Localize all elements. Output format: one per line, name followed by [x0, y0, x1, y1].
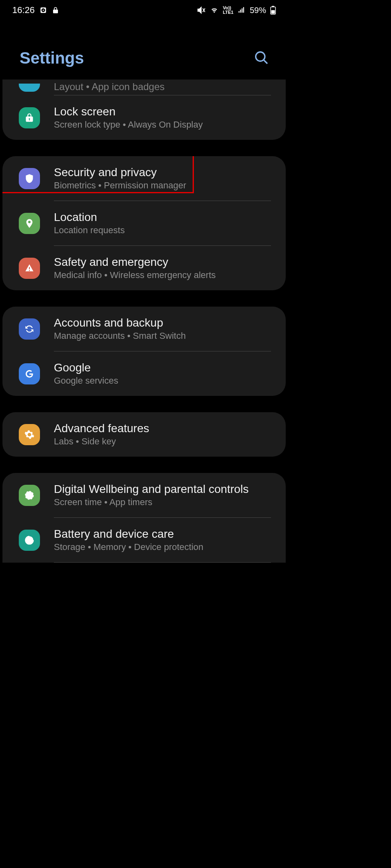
clock-time: 16:26	[12, 5, 35, 15]
row-subtitle: Manage accounts • Smart Switch	[54, 331, 271, 341]
status-bar: 16:26 Vo)) LTE1 59%	[0, 0, 288, 20]
battery-percent: 59%	[250, 6, 266, 15]
row-title: Accounts and backup	[54, 316, 271, 329]
settings-group-accounts: Accounts and backup Manage accounts • Sm…	[2, 307, 286, 396]
home-screen-icon	[19, 84, 40, 92]
svg-point-10	[28, 539, 31, 542]
heart-circle-icon	[19, 485, 40, 506]
settings-row-battery-device-care[interactable]: Battery and device care Storage • Memory…	[2, 518, 286, 562]
row-subtitle: Storage • Memory • Device protection	[54, 542, 271, 552]
wifi-icon	[210, 7, 219, 14]
settings-row-security-privacy[interactable]: Security and privacy Biometrics • Permis…	[2, 156, 286, 201]
settings-row-accounts-backup[interactable]: Accounts and backup Manage accounts • Sm…	[2, 307, 286, 351]
mute-vibrate-icon	[197, 6, 206, 15]
settings-group-display: Layout • App icon badges Lock screen Scr…	[2, 80, 286, 140]
alert-icon	[19, 258, 40, 279]
page-header: Settings	[0, 20, 288, 80]
battery-icon	[270, 6, 276, 15]
row-subtitle: Google services	[54, 375, 271, 386]
svg-point-2	[43, 10, 44, 11]
page-title: Settings	[20, 49, 84, 67]
row-title: Lock screen	[54, 105, 271, 118]
row-title: Google	[54, 361, 271, 374]
google-icon	[19, 363, 40, 384]
settings-row-location[interactable]: Location Location requests	[2, 201, 286, 245]
row-title: Advanced features	[54, 422, 271, 435]
settings-row-google[interactable]: Google Google services	[2, 351, 286, 396]
row-subtitle: Location requests	[54, 225, 271, 236]
gear-plus-icon	[19, 424, 40, 445]
svg-rect-5	[271, 10, 275, 14]
svg-line-7	[264, 60, 267, 63]
svg-rect-4	[272, 6, 274, 7]
row-title: Location	[54, 211, 271, 224]
svg-point-6	[256, 52, 265, 61]
clock-icon	[40, 7, 47, 14]
row-title: Digital Wellbeing and parental controls	[54, 483, 271, 496]
pin-icon	[19, 213, 40, 234]
settings-group-advanced: Advanced features Labs • Side key	[2, 412, 286, 457]
row-title: Safety and emergency	[54, 256, 271, 269]
settings-row-lock-screen[interactable]: Lock screen Screen lock type • Always On…	[2, 95, 286, 140]
row-subtitle: Screen lock type • Always On Display	[54, 119, 271, 130]
row-title: Battery and device care	[54, 528, 271, 541]
lock-status-icon	[52, 6, 59, 14]
lock-icon	[19, 107, 40, 128]
search-button[interactable]	[254, 50, 269, 66]
settings-group-wellbeing: Digital Wellbeing and parental controls …	[2, 473, 286, 563]
row-subtitle: Biometrics • Permission manager	[54, 180, 271, 191]
status-left: 16:26	[12, 5, 59, 15]
row-title: Security and privacy	[54, 166, 271, 179]
divider	[54, 562, 271, 563]
row-subtitle: Medical info • Wireless emergency alerts	[54, 270, 271, 280]
row-subtitle: Layout • App icon badges	[54, 81, 271, 93]
settings-row-safety-emergency[interactable]: Safety and emergency Medical info • Wire…	[2, 246, 286, 290]
settings-row-digital-wellbeing[interactable]: Digital Wellbeing and parental controls …	[2, 473, 286, 517]
network-label: Vo)) LTE1	[223, 6, 233, 15]
sync-icon	[19, 318, 40, 340]
settings-group-security: Security and privacy Biometrics • Permis…	[2, 156, 286, 290]
device-care-icon	[19, 530, 40, 551]
signal-icon	[238, 7, 246, 14]
settings-row-home-screen[interactable]: Layout • App icon badges	[2, 80, 286, 95]
settings-row-advanced-features[interactable]: Advanced features Labs • Side key	[2, 412, 286, 457]
row-subtitle: Labs • Side key	[54, 436, 271, 447]
row-subtitle: Screen time • App timers	[54, 497, 271, 508]
shield-icon	[19, 168, 40, 189]
status-right: Vo)) LTE1 59%	[197, 6, 276, 15]
